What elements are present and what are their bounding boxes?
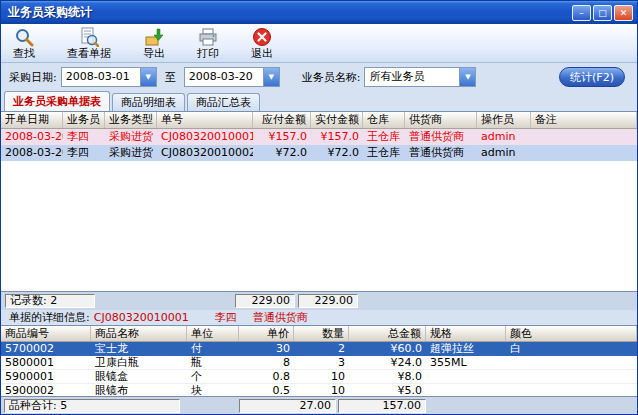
detail-info-bar: 单据的详细信息: CJ080320010001 李四 普通供货商 [1, 310, 637, 325]
cell-product-name: 卫康白瓶 [91, 356, 187, 369]
cell-supplier: 普通供货商 [405, 145, 477, 161]
view-document-button-label: 查看单据 [67, 47, 111, 60]
cell-spec: 355ML [426, 356, 506, 369]
column-header-unit-price[interactable]: 单价 [239, 326, 294, 341]
statistics-button[interactable]: 统计(F2) [559, 67, 625, 87]
cell-product-code: 5900001 [1, 370, 91, 383]
cell-remark [531, 129, 637, 145]
find-button-label: 查找 [13, 47, 35, 60]
date-from-picker[interactable]: 2008-03-01 ▼ [61, 67, 157, 87]
table-row[interactable]: 5900001 眼镜盒 个 0.8 10 ¥8.0 [1, 370, 637, 384]
print-button[interactable]: 打印 [191, 25, 225, 61]
column-header-total-amount[interactable]: 总金额 [349, 326, 426, 341]
toolbar: 查找 查看单据 导出 [1, 24, 637, 63]
close-button[interactable]: ✕ [614, 5, 633, 21]
table-row[interactable]: 2008-03-20 李四 采购进货 CJ080320010001 ¥157.0… [1, 129, 637, 145]
column-header-paid[interactable]: 实付金额 [311, 112, 363, 128]
column-header-product-code[interactable]: 商品编号 [1, 326, 91, 341]
cell-unit: 瓶 [187, 356, 239, 369]
column-header-business-type[interactable]: 业务类型 [105, 112, 157, 128]
cell-salesperson: 李四 [63, 129, 105, 145]
column-header-payable[interactable]: 应付金额 [253, 112, 311, 128]
cell-doc-no: CJ080320010002 [157, 145, 253, 161]
chevron-down-icon[interactable]: ▼ [263, 68, 279, 86]
table-row[interactable]: 5900002 眼镜布 块 0.5 10 ¥5.0 [1, 384, 637, 397]
table-row[interactable]: 5700002 宝士龙 付 30 2 ¥60.0 超弹拉丝 白 [1, 342, 637, 356]
tab-product-summary[interactable]: 商品汇总表 [187, 93, 260, 111]
cell-business-type: 采购进货 [105, 145, 157, 161]
cell-paid: ¥72.0 [311, 145, 363, 161]
app-window: 业务员采购统计 – □ ✕ 查找 [0, 0, 638, 415]
filter-bar: 采购日期: 2008-03-01 ▼ 至 2008-03-20 ▼ 业务员名称:… [1, 63, 637, 91]
purchase-documents-table: 开单日期 业务员 业务类型 单号 应付金额 实付金额 仓库 供货商 操作员 备注… [1, 111, 637, 292]
cell-spec: 超弹拉丝 [426, 342, 506, 355]
exit-button[interactable]: 退出 [245, 25, 279, 61]
chevron-down-icon[interactable]: ▼ [140, 68, 156, 86]
record-count-box: 记录数: 2 [5, 294, 95, 308]
exit-button-label: 退出 [251, 47, 273, 60]
cell-total-amount: ¥8.0 [349, 370, 426, 383]
detail-supplier: 普通供货商 [253, 310, 308, 325]
column-header-spec[interactable]: 规格 [426, 326, 506, 341]
table-row[interactable]: 5800001 卫康白瓶 瓶 8 3 ¥24.0 355ML [1, 356, 637, 370]
export-button[interactable]: 导出 [137, 25, 171, 61]
cell-business-type: 采购进货 [105, 129, 157, 145]
cell-unit: 付 [187, 342, 239, 355]
tab-salesperson-purchase-docs[interactable]: 业务员采购单据表 [4, 91, 110, 111]
cell-unit-price: 0.8 [239, 370, 294, 383]
cell-warehouse: 王仓库 [363, 129, 405, 145]
cell-paid: ¥157.0 [311, 129, 363, 145]
date-to-label: 至 [165, 70, 176, 85]
tab-product-detail[interactable]: 商品明细表 [112, 93, 185, 111]
cell-product-code: 5700002 [1, 342, 91, 355]
cell-open-date: 2008-03-20 [1, 129, 63, 145]
find-button[interactable]: 查找 [7, 25, 41, 61]
view-document-button[interactable]: 查看单据 [61, 25, 117, 61]
cell-color [506, 356, 637, 369]
cell-quantity: 3 [294, 356, 349, 369]
column-header-color[interactable]: 颜色 [506, 326, 637, 341]
date-to-value: 2008-03-20 [185, 68, 263, 86]
variety-total-box: 品种合计: 5 [4, 399, 180, 413]
print-button-label: 打印 [197, 47, 219, 60]
maximize-button[interactable]: □ [593, 5, 612, 21]
cell-unit-price: 30 [239, 342, 294, 355]
table-header-row: 开单日期 业务员 业务类型 单号 应付金额 实付金额 仓库 供货商 操作员 备注 [1, 112, 637, 129]
table-row[interactable]: 2008-03-20 李四 采购进货 CJ080320010002 ¥72.0 … [1, 145, 637, 161]
cell-unit-price: 8 [239, 356, 294, 369]
column-header-supplier[interactable]: 供货商 [405, 112, 477, 128]
column-header-operator[interactable]: 操作员 [477, 112, 531, 128]
tab-strip: 业务员采购单据表 商品明细表 商品汇总表 [1, 91, 637, 111]
exit-icon [252, 27, 272, 47]
cell-doc-no: CJ080320010001 [157, 129, 253, 145]
cell-product-name: 眼镜盒 [91, 370, 187, 383]
date-from-value: 2008-03-01 [62, 68, 140, 86]
titlebar: 业务员采购统计 – □ ✕ [1, 1, 637, 24]
column-header-salesperson[interactable]: 业务员 [63, 112, 105, 128]
cell-warehouse: 王仓库 [363, 145, 405, 161]
column-header-warehouse[interactable]: 仓库 [363, 112, 405, 128]
column-header-quantity[interactable]: 数量 [294, 326, 349, 341]
column-header-remark[interactable]: 备注 [531, 112, 637, 128]
detail-doc-no: CJ080320010001 [94, 311, 189, 324]
cell-payable: ¥157.0 [253, 129, 311, 145]
salesperson-select[interactable]: 所有业务员 ▼ [364, 67, 476, 87]
grid-body-filler [1, 161, 637, 291]
cell-product-code: 5900002 [1, 384, 91, 397]
column-header-unit[interactable]: 单位 [187, 326, 239, 341]
payable-total-box: 229.00 [235, 294, 295, 308]
salesperson-label: 业务员名称: [302, 70, 361, 85]
detail-items-table: 商品编号 商品名称 单位 单价 数量 总金额 规格 颜色 5700002 宝士龙… [1, 325, 637, 397]
detail-info-label: 单据的详细信息: [9, 310, 90, 325]
column-header-doc-no[interactable]: 单号 [157, 112, 253, 128]
cell-spec [426, 384, 506, 397]
chevron-down-icon[interactable]: ▼ [459, 68, 475, 86]
table-header-row: 商品编号 商品名称 单位 单价 数量 总金额 规格 颜色 [1, 326, 637, 342]
cell-product-code: 5800001 [1, 356, 91, 369]
cell-color [506, 384, 637, 397]
column-header-open-date[interactable]: 开单日期 [1, 112, 63, 128]
date-to-picker[interactable]: 2008-03-20 ▼ [184, 67, 280, 87]
minimize-button[interactable]: – [572, 5, 591, 21]
summary-band: 记录数: 2 229.00 229.00 [1, 292, 637, 310]
column-header-product-name[interactable]: 商品名称 [91, 326, 187, 341]
